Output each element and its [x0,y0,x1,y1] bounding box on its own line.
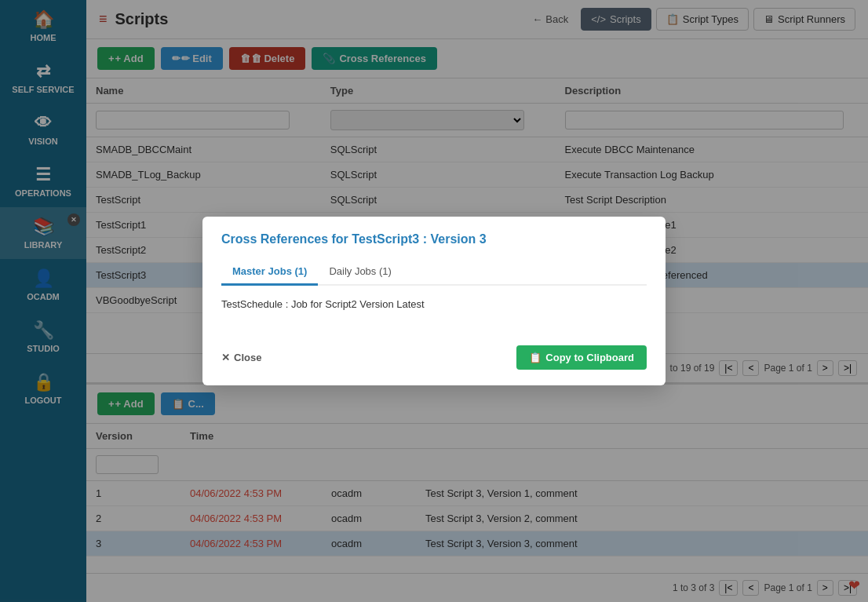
modal-close-button[interactable]: ✕ Close [221,352,261,363]
copy-to-clipboard-button[interactable]: 📋 Copy to Clipboard [516,345,647,370]
tab-daily-jobs-label: Daily Jobs (1) [329,265,391,277]
tab-master-jobs-label: Master Jobs (1) [232,265,307,277]
modal-content-text: TestSchedule : Job for Script2 Version L… [221,298,425,310]
clipboard-label: Copy to Clipboard [545,352,634,363]
tab-daily-jobs[interactable]: Daily Jobs (1) [318,259,402,286]
modal-overlay: Cross References for TestScript3 : Versi… [0,0,868,602]
modal-tabs: Master Jobs (1) Daily Jobs (1) [221,259,647,286]
close-x-icon: ✕ [221,352,230,363]
tab-master-jobs[interactable]: Master Jobs (1) [221,259,318,286]
modal-body: TestSchedule : Job for Script2 Version L… [221,298,647,330]
clipboard-icon: 📋 [529,352,542,363]
modal-title: Cross References for TestScript3 : Versi… [221,232,647,246]
modal-footer: ✕ Close 📋 Copy to Clipboard [221,345,647,370]
cross-references-modal: Cross References for TestScript3 : Versi… [202,217,666,385]
close-label: Close [234,352,261,363]
